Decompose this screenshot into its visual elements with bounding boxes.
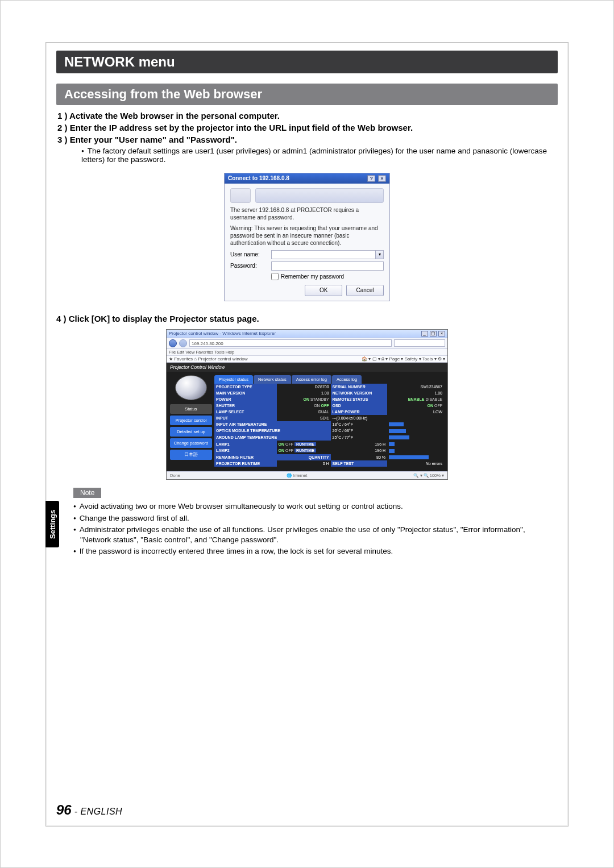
cell: LOW [387,409,444,415]
chevron-down-icon[interactable]: ▾ [376,250,384,259]
close-icon[interactable]: × [378,175,386,182]
cell: SDI1 [277,415,331,421]
cell: ON [304,397,310,401]
back-button[interactable] [169,339,177,347]
forward-button[interactable] [179,339,187,347]
pcw-tabs: Projector status Network status Access e… [214,375,444,384]
cell: 196 H [331,441,387,447]
sidebar-detailed[interactable]: Detailed set up [170,427,212,437]
minimize-icon[interactable]: _ [421,331,428,337]
cell: 1.00 [387,390,444,396]
username-label: User name: [230,251,271,258]
cell: ---(0.00kHz/0.00Hz) [331,415,444,421]
cell: PROJECTOR RUNTIME [214,460,277,467]
note-item: Administrator privileges enable the use … [80,525,558,545]
password-label: Password: [230,263,271,269]
browser-menu[interactable]: File Edit View Favorites Tools Help [167,349,447,356]
ok-button[interactable]: OK [305,285,342,296]
step-2: 2 ) Enter the IP address set by the proj… [57,123,557,132]
tab-projector-status[interactable]: Projector status [214,375,253,384]
dialog-text-2: Warning: This server is requesting that … [230,225,384,247]
sidebar-status[interactable]: Status [170,404,212,414]
search-box[interactable] [394,339,445,347]
key-icon [230,188,251,203]
step-3: 3 ) Enter your "User name" and "Password… [57,135,557,144]
temp-bar [389,435,409,439]
step-1: 1 ) Activate the Web browser in the pers… [57,111,557,121]
cell: ON [279,442,285,446]
browser-window: Projector control window - Windows Inter… [166,329,448,480]
cell: REMAINING FILTER [214,454,277,461]
side-tab-settings: Settings [45,501,59,547]
password-input[interactable] [271,261,384,271]
cell: 0 H [277,460,331,467]
tab-access-error-log[interactable]: Access error log [292,375,331,384]
document-page: NETWORK menu Accessing from the Web brow… [0,0,614,868]
tab-access-log[interactable]: Access log [332,375,362,384]
cell: DISABLE [425,397,442,401]
pcw-main: Projector status Network status Access e… [214,375,444,467]
cell: 20°C / 68°F [331,427,387,434]
cell: No errors [387,460,444,467]
cell: DZ8700 [277,384,331,390]
browser-favorites-bar: ★ Favorites ⌂ Projector control window 🏠… [167,356,447,363]
note-item: Change the password first of all. [80,513,558,524]
steps: 1 ) Activate the Web browser in the pers… [56,111,558,164]
cell: OFF [321,404,329,408]
cell: INPUT [214,415,277,421]
browser-window-buttons: _ ▢ × [421,331,445,337]
cell: 1.00 [277,390,331,396]
dialog-titlebar: Connect to 192.168.0.8 ? × [225,173,389,184]
cell: 80 % [331,454,387,461]
cell: RUNTIME [294,442,316,446]
cell: ENABLE [408,397,425,401]
dialog-body: The server 192.168.0.8 at PROJECTOR requ… [225,184,389,301]
fav-right[interactable]: 🏠 ▾ ▢ ▾ ⎙ ▾ Page ▾ Safety ▾ Tools ▾ ⚙ ▾ [362,356,445,362]
cell: DUAL [277,409,331,415]
projector-control-window: Projector Control Window Status Projecto… [167,363,447,472]
browser-nav-bar: 169.245.80.200 [167,338,447,349]
cell: ON [279,448,285,452]
footer-dash: - [72,807,81,816]
projector-logo [175,375,207,400]
cell: LAMP2 [214,447,277,454]
cell: OFF [285,442,293,446]
pcw-sidebar: Status Projector control Detailed set up… [170,375,212,467]
remember-checkbox[interactable] [271,273,279,280]
temp-bar [389,429,406,433]
address-bar[interactable]: 169.245.80.200 [189,339,392,347]
dialog-title-text: Connect to 192.168.0.8 [228,175,289,181]
username-input[interactable] [271,250,376,259]
cell: LAMP SELECT [214,409,277,415]
status-table: PROJECTOR TYPEDZ8700SERIAL NUMBERSW12345… [214,384,444,467]
help-icon[interactable]: ? [367,175,375,182]
cell: OPTICS MODULE TEMPERATURE [214,427,331,434]
pcw-header: Projector Control Window [167,363,447,372]
cell: QUANTITY [277,454,331,461]
sidebar-japanese[interactable]: 日本語 [170,450,212,460]
cell: OSD [331,402,387,409]
browser-titlebar: Projector control window - Windows Inter… [167,330,447,338]
cancel-button[interactable]: Cancel [346,285,384,296]
cell: SW1234567 [387,384,444,390]
sidebar-change-password[interactable]: Change password [170,438,212,448]
page-number: 96 [56,802,72,817]
sidebar-control[interactable]: Projector control [170,416,212,425]
maximize-icon[interactable]: ▢ [430,331,437,337]
cell: SERIAL NUMBER [331,384,387,390]
cell: ON [428,404,434,408]
cell: ON [314,404,320,408]
tab-network-status[interactable]: Network status [254,375,291,384]
page-footer: 96 - ENGLISH [56,802,122,818]
cell: 18°C / 64°F [331,421,387,428]
section-title: Accessing from the Web browser [56,84,558,105]
note-list: Avoid activating two or more Web browser… [56,501,558,556]
close-icon[interactable]: × [438,331,445,337]
fav-left[interactable]: ★ Favorites ⌂ Projector control window [169,356,248,362]
note-item: If the password is incorrectly entered t… [80,546,558,556]
cell: MAIN VERSION [214,390,277,396]
cell: OFF [434,404,442,408]
cell: 25°C / 77°F [331,434,387,441]
browser-title-text: Projector control window - Windows Inter… [169,331,276,336]
cell: POWER [214,396,277,402]
